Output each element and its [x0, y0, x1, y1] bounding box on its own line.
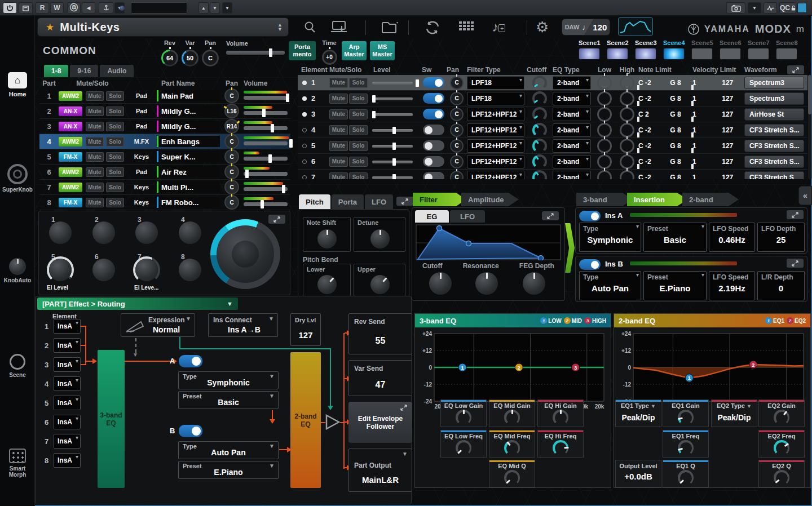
- element-cutoff-knob[interactable]: [532, 139, 547, 153]
- eq-mid-gain-box[interactable]: EQ Mid Gain: [489, 400, 535, 427]
- eq1-q-box[interactable]: EQ1 Q: [663, 460, 709, 487]
- sidebar-item-home[interactable]: ⌂ Home: [0, 72, 35, 97]
- scene-button[interactable]: [635, 48, 656, 60]
- part-name-cell[interactable]: Mildly G...: [157, 105, 220, 117]
- tab-insertion[interactable]: Insertion: [627, 193, 688, 206]
- part-row[interactable]: 4 AWM2 Mute Solo M.FX Enh Bangs C: [39, 134, 290, 149]
- sidebar-item-superknob[interactable]: SuperKnob: [0, 164, 35, 193]
- eq2-q-knob[interactable]: [774, 470, 789, 486]
- element-level-handle[interactable]: [372, 95, 376, 103]
- eq-hi-gain-box[interactable]: EQ Hi Gain: [537, 400, 584, 427]
- part-row[interactable]: 5 FM-X Mute Solo Keys Super K... C: [39, 149, 290, 165]
- solo-button[interactable]: Solo: [106, 152, 124, 162]
- element-row[interactable]: 5 Mute Solo C LPF12+HPF12: [298, 138, 807, 154]
- eq-type-dropdown[interactable]: 2-band: [553, 108, 591, 121]
- eq-mid-q-knob[interactable]: [504, 470, 520, 486]
- eq-type-dropdown[interactable]: 2-band: [553, 171, 591, 180]
- routing-b-preset-dropdown[interactable]: Preset ▼ E.Piano: [178, 461, 279, 479]
- part-volume[interactable]: [244, 121, 290, 132]
- eq-low-freq-box[interactable]: EQ Low Freq: [440, 430, 487, 458]
- velocity-limit[interactable]: 1127: [692, 174, 744, 180]
- solo-button[interactable]: Solo: [106, 91, 124, 101]
- preset-prev-button[interactable]: ▲: [198, 2, 209, 14]
- element-cutoff-knob[interactable]: [532, 107, 547, 122]
- ins-b-preset-dropdown[interactable]: Preset E.Piano: [643, 271, 707, 300]
- eq1-freq-knob[interactable]: [678, 440, 694, 456]
- routing-ins-b-switch[interactable]: [179, 425, 202, 437]
- file-menu-button[interactable]: [381, 20, 400, 37]
- element-level-slider[interactable]: [370, 78, 422, 88]
- super-knob[interactable]: [210, 219, 280, 289]
- store-to-device-button[interactable]: [330, 20, 348, 37]
- common-pan-knob[interactable]: Pan C: [199, 39, 222, 66]
- knob-panel-expand[interactable]: [268, 215, 285, 224]
- eq2-q-box[interactable]: EQ2 Q: [758, 460, 805, 487]
- pitch-bend-upper-box[interactable]: Upper: [354, 264, 405, 296]
- routing-element-insert-dropdown[interactable]: InsA: [54, 396, 81, 410]
- element-solo-button[interactable]: Solo: [349, 172, 368, 180]
- waveform-button[interactable]: Spectrum3: [744, 92, 804, 105]
- filter-type-dropdown[interactable]: LPF18: [467, 92, 524, 105]
- element-pan-knob[interactable]: C: [450, 123, 464, 137]
- eq-high-knob[interactable]: [620, 123, 634, 137]
- eq-low-freq-knob[interactable]: [456, 440, 471, 456]
- part-row[interactable]: 2 AN-X Mute Solo Pad Mildly G... L16: [39, 104, 290, 119]
- rev-send-box[interactable]: Rev Send 55: [348, 313, 412, 354]
- assign-knob-3[interactable]: [135, 221, 158, 244]
- mute-button[interactable]: Mute: [86, 122, 104, 131]
- ins-connect-dropdown[interactable]: Ins Connect ▼ Ins A→B: [208, 313, 278, 337]
- part-name-cell[interactable]: Mildly G...: [157, 121, 220, 132]
- eq-low-knob[interactable]: [597, 139, 612, 153]
- element-switch[interactable]: [423, 172, 444, 179]
- mute-button[interactable]: Mute: [86, 167, 104, 177]
- element-switch[interactable]: [423, 93, 444, 104]
- scene-button[interactable]: [579, 48, 600, 60]
- activity-button[interactable]: [764, 2, 777, 14]
- mute-button[interactable]: Mute: [86, 198, 104, 207]
- element-cutoff-knob[interactable]: [532, 154, 547, 169]
- routing-element-insert-dropdown[interactable]: InsA: [54, 319, 81, 334]
- routing-2band-eq-block[interactable]: 2-band EQ: [290, 352, 321, 488]
- filter-type-dropdown[interactable]: LPF18: [467, 76, 524, 90]
- eq-low-knob[interactable]: [597, 107, 612, 122]
- element-mute-button[interactable]: Mute: [329, 141, 348, 151]
- part-volume[interactable]: [244, 181, 290, 193]
- element-row[interactable]: 3 Mute Solo C LPF12+HPF12: [298, 106, 807, 122]
- eq-hi-freq-box[interactable]: EQ Hi Freq: [537, 430, 584, 458]
- filter-type-dropdown[interactable]: LPF12+HPF12: [467, 123, 524, 137]
- part-volume-handle[interactable]: [286, 94, 289, 102]
- routing-3band-eq-block[interactable]: 3-band EQ: [98, 350, 125, 488]
- element-cutoff-knob[interactable]: [532, 170, 547, 180]
- element-mute-button[interactable]: Mute: [329, 94, 348, 104]
- favorite-star-icon[interactable]: ★: [46, 21, 54, 33]
- part-row[interactable]: 1 AWM2 Mute Solo Pad Main Pad C: [39, 88, 290, 104]
- routing-b-type-dropdown[interactable]: Type ▼ Auto Pan: [178, 441, 279, 459]
- part-row[interactable]: 3 AN-X Mute Solo Pad Mildly G... R14: [39, 119, 290, 134]
- sync-button[interactable]: [424, 20, 441, 37]
- assign-knob-2[interactable]: [92, 221, 115, 244]
- solo-button[interactable]: Solo: [106, 137, 124, 147]
- eq-high-knob[interactable]: [620, 91, 634, 106]
- part-pan-knob[interactable]: C: [224, 195, 239, 210]
- part-volume-handle[interactable]: [262, 109, 266, 117]
- element-level-handle[interactable]: [392, 174, 396, 180]
- eq-low-knob[interactable]: [597, 76, 612, 90]
- eq-mid-freq-box[interactable]: EQ Mid Freq: [489, 430, 535, 458]
- eq1-gain-box[interactable]: EQ1 Gain: [663, 400, 709, 427]
- eq-type-dropdown[interactable]: 2-band: [553, 155, 591, 168]
- tab-3band[interactable]: 3-band: [576, 193, 633, 206]
- mute-button[interactable]: Mute: [86, 137, 104, 147]
- part-row[interactable]: 8 FM-X Mute Solo Keys FM Robo... C: [39, 195, 290, 210]
- dry-level-box[interactable]: Dry Lvl 127: [290, 313, 321, 346]
- quick-controls-button[interactable]: QC: [779, 2, 796, 14]
- element-solo-button[interactable]: Solo: [349, 109, 368, 119]
- eq2-gain-knob[interactable]: [774, 410, 789, 425]
- insert-preset-button[interactable]: [99, 2, 113, 14]
- pitch-expand[interactable]: [396, 197, 413, 206]
- tab-parts-1-8[interactable]: 1-8: [44, 65, 68, 77]
- ins-a-lfo-speed[interactable]: LFO Speed 0.46Hz: [709, 223, 755, 252]
- element-level-slider[interactable]: [370, 157, 422, 167]
- filter-type-dropdown[interactable]: LPF12+HPF12: [467, 139, 524, 153]
- smart-morph-map-button[interactable]: [618, 17, 653, 35]
- eq-high-knob[interactable]: [620, 107, 634, 122]
